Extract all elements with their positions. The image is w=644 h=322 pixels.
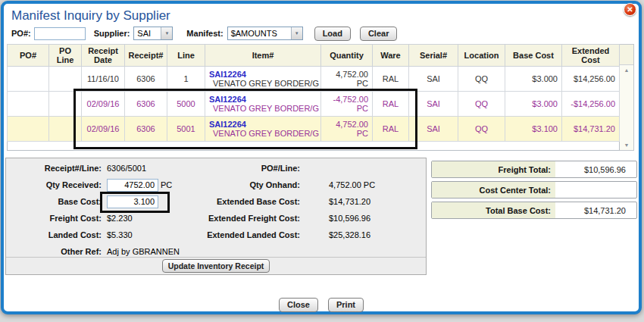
receipt-detail-panel: Receipt#/Line: 6306/5001 PO#/Line: Qty R… <box>5 158 427 275</box>
cell-quantity: 4,752.00 PC <box>321 67 373 92</box>
landed-cost-label: Landed Cost: <box>6 230 102 239</box>
cost-center-total-value <box>555 182 636 198</box>
cell-line: 5000 <box>167 92 205 117</box>
load-button[interactable]: Load <box>314 27 351 41</box>
total-base-cost-value: $14,731.20 <box>555 202 636 218</box>
col-header-receipt: Receipt# <box>125 45 167 67</box>
cell-location: QQ <box>458 67 505 92</box>
table-row-selected[interactable]: 02/09/16 6306 5001 SAI12264 VENATO GREY … <box>8 117 620 142</box>
clear-button[interactable]: Clear <box>360 27 398 41</box>
cell-po-line <box>49 117 82 142</box>
col-header-item: Item# <box>205 45 321 67</box>
freight-total-box: Freight Total: $10,596.96 <box>431 161 637 178</box>
item-description: VENATO GREY BORDER/G <box>209 79 317 88</box>
qty-onhand-label: Qty Onhand: <box>202 180 300 189</box>
detail-row: Receipt#/Line: 6306/5001 PO#/Line: <box>6 160 426 177</box>
cell-extended-cost: $14,256.00 <box>562 67 620 92</box>
base-cost-input[interactable] <box>107 195 158 208</box>
other-ref-label: Other Ref: <box>6 247 102 256</box>
table-header-row: PO# PO Line Receipt Date Receipt# Line I… <box>8 45 620 67</box>
qty-received-input[interactable] <box>107 179 158 192</box>
cell-receipt-date: 02/09/16 <box>82 117 125 142</box>
receipt-line-label: Receipt#/Line: <box>6 164 102 173</box>
totals-panel: Freight Total: $10,596.96 Cost Center To… <box>431 161 637 222</box>
supplier-select[interactable]: SAI ▼ <box>133 27 173 40</box>
po-label: PO#: <box>11 29 31 38</box>
col-header-location: Location <box>458 45 505 67</box>
cell-base-cost: $3.100 <box>505 117 562 142</box>
cell-line: 5001 <box>167 117 205 142</box>
scrollbar-header-cap <box>620 45 633 65</box>
item-link[interactable]: SAI12264 <box>209 95 317 104</box>
extended-landed-cost-label: Extended Landed Cost: <box>202 230 300 239</box>
col-header-extended-cost: Extended Cost <box>562 45 620 67</box>
item-description: VENATO GREY BORDER/G <box>209 104 317 113</box>
cell-location: QQ <box>458 92 505 117</box>
manifest-select[interactable]: $AMOUNTS ▼ <box>227 27 303 40</box>
cell-line: 1 <box>167 67 205 92</box>
detail-row: Qty Received: PC Qty Onhand: 4,752.00 PC <box>6 177 426 193</box>
search-toolbar: PO#: Supplier: SAI ▼ Manifest: $AMOUNTS … <box>4 25 639 42</box>
cell-ware: RAL <box>373 117 409 142</box>
cell-extended-cost: $14,731.20 <box>562 117 620 142</box>
cell-receipt-date: 02/09/16 <box>82 92 125 117</box>
cell-receipt-date: 11/16/10 <box>82 67 125 92</box>
manifest-table-wrap: PO# PO Line Receipt Date Receipt# Line I… <box>7 44 634 151</box>
cell-po <box>8 92 49 117</box>
cell-item: SAI12264 VENATO GREY BORDER/G <box>205 117 321 142</box>
cell-item: SAI12264 VENATO GREY BORDER/G <box>205 92 321 117</box>
freight-cost-label: Freight Cost: <box>6 214 102 223</box>
print-button[interactable]: Print <box>328 298 364 312</box>
cell-receipt: 6306 <box>125 67 167 92</box>
close-icon[interactable]: ✕ <box>624 3 636 16</box>
manifest-label: Manifest: <box>186 29 223 38</box>
detail-action-strip: Update Inventory Receipt <box>6 257 426 274</box>
detail-row: Freight Cost: $2.230 Extended Freight Co… <box>6 210 426 227</box>
chevron-down-icon: ▼ <box>161 27 172 39</box>
cell-po-line <box>49 92 82 117</box>
table-empty-space <box>8 142 620 151</box>
item-link[interactable]: SAI12264 <box>209 70 317 79</box>
qty-received-label: Qty Received: <box>6 180 102 189</box>
cell-ware: RAL <box>373 67 409 92</box>
scroll-down-icon[interactable]: ▼ <box>624 142 630 148</box>
scrollbar-track[interactable]: ▲ ▼ <box>620 65 633 150</box>
po-input[interactable] <box>34 27 86 40</box>
freight-cost-value: $2.230 <box>102 214 202 223</box>
cost-center-total-label: Cost Center Total: <box>432 182 555 198</box>
detail-row: Landed Cost: $5.330 Extended Landed Cost… <box>6 227 426 243</box>
item-link[interactable]: SAI12264 <box>209 120 317 129</box>
item-description: VENATO GREY BORDER/G <box>209 129 317 138</box>
extended-landed-cost-value: $25,328.16 <box>300 230 426 239</box>
cell-base-cost: $3.000 <box>505 67 562 92</box>
qty-received-unit: PC <box>161 180 172 189</box>
base-cost-label: Base Cost: <box>6 197 102 206</box>
table-row[interactable]: 02/09/16 6306 5000 SAI12264 VENATO GREY … <box>8 92 620 117</box>
qty-onhand-value: 4,752.00 PC <box>300 180 426 189</box>
total-base-cost-box: Total Base Cost: $14,731.20 <box>431 202 637 219</box>
freight-total-value: $10,596.96 <box>555 161 636 177</box>
update-inventory-receipt-button[interactable]: Update Inventory Receipt <box>162 259 270 273</box>
col-header-po-line: PO Line <box>49 45 82 67</box>
col-header-quantity: Quantity <box>321 45 373 67</box>
extended-freight-cost-label: Extended Freight Cost: <box>202 214 300 223</box>
cell-ware: RAL <box>373 92 409 117</box>
scroll-up-icon[interactable]: ▲ <box>624 67 630 73</box>
cell-quantity: -4,752.00 PC <box>321 92 373 117</box>
close-button[interactable]: Close <box>279 298 318 312</box>
chevron-down-icon: ▼ <box>291 27 302 39</box>
landed-cost-value: $5.330 <box>102 230 202 239</box>
page-title: Manifest Inquiry by Supplier <box>11 8 170 23</box>
cell-item: SAI12264 VENATO GREY BORDER/G <box>205 67 321 92</box>
table-row[interactable]: 11/16/10 6306 1 SAI12264 VENATO GREY BOR… <box>8 67 620 92</box>
cost-center-total-box: Cost Center Total: <box>431 181 637 199</box>
manifest-select-value: $AMOUNTS <box>228 27 291 39</box>
table-scrollbar[interactable]: ▲ ▼ <box>620 44 634 151</box>
po-line-label: PO#/Line: <box>202 164 300 173</box>
receipt-line-value: 6306/5001 <box>102 164 202 173</box>
freight-total-label: Freight Total: <box>432 161 555 177</box>
cell-serial: SAI <box>409 92 458 117</box>
cell-po-line <box>49 67 82 92</box>
cell-quantity: 4,752.00 PC <box>321 117 373 142</box>
extended-base-cost-label: Extended Base Cost: <box>202 197 300 206</box>
